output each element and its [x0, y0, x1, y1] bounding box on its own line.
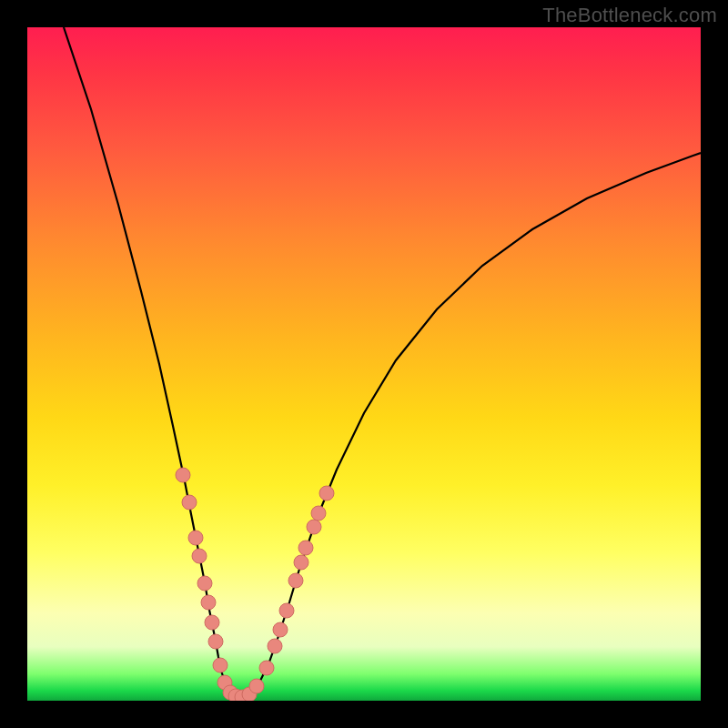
watermark-text: TheBottleneck.com [542, 4, 717, 27]
gradient-plot-area [27, 27, 701, 701]
